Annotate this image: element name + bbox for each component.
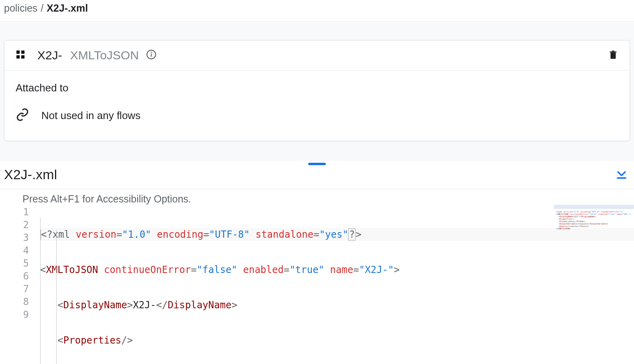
line-number-gutter: 1 2 3 4 5 6 7 8 9 <box>0 206 40 364</box>
panel-resize-handle[interactable] <box>308 163 326 165</box>
collapse-editor-icon[interactable] <box>616 168 628 182</box>
panel-resize-row <box>0 161 634 165</box>
breadcrumb: policies / X2J-.xml <box>0 0 634 21</box>
delete-icon[interactable] <box>608 49 618 62</box>
link-icon <box>16 108 29 123</box>
code-line[interactable]: <XMLToJSON continueOnError="false" enabl… <box>40 263 634 276</box>
code-content[interactable]: <?xml version="1.0" encoding="UTF-8" sta… <box>40 206 634 364</box>
breadcrumb-folder[interactable]: policies <box>4 2 37 14</box>
policy-type-label: XMLToJSON <box>70 49 139 62</box>
editor-header: X2J-.xml <box>0 165 634 189</box>
attached-to-text: Not used in any flows <box>41 109 140 122</box>
drag-handle-icon[interactable] <box>16 50 27 61</box>
policy-card-body: Attached to Not used in any flows <box>4 71 630 141</box>
breadcrumb-separator: / <box>41 2 43 14</box>
accessibility-hint: Press Alt+F1 for Accessibility Options. <box>0 189 634 206</box>
code-editor[interactable]: 1 2 3 4 5 6 7 8 9 <?xml version="1.0" en… <box>0 206 634 364</box>
policy-detail-area: X2J- XMLToJSON Attached to Not used in a… <box>0 21 634 161</box>
info-icon[interactable] <box>146 49 156 61</box>
editor-title: X2J-.xml <box>4 167 57 182</box>
breadcrumb-file: X2J-.xml <box>47 2 88 14</box>
policy-card: X2J- XMLToJSON Attached to Not used in a… <box>4 40 630 141</box>
code-line[interactable]: <?xml version="1.0" encoding="UTF-8" sta… <box>40 228 634 241</box>
code-line[interactable]: <Properties/> <box>40 334 634 347</box>
policy-card-header: X2J- XMLToJSON <box>4 40 630 71</box>
code-line[interactable]: <DisplayName>X2J-</DisplayName> <box>40 299 634 311</box>
attached-to-label: Attached to <box>16 82 618 94</box>
attached-to-row: Not used in any flows <box>16 108 618 123</box>
policy-name: X2J- <box>37 49 62 62</box>
svg-point-2 <box>151 52 151 53</box>
